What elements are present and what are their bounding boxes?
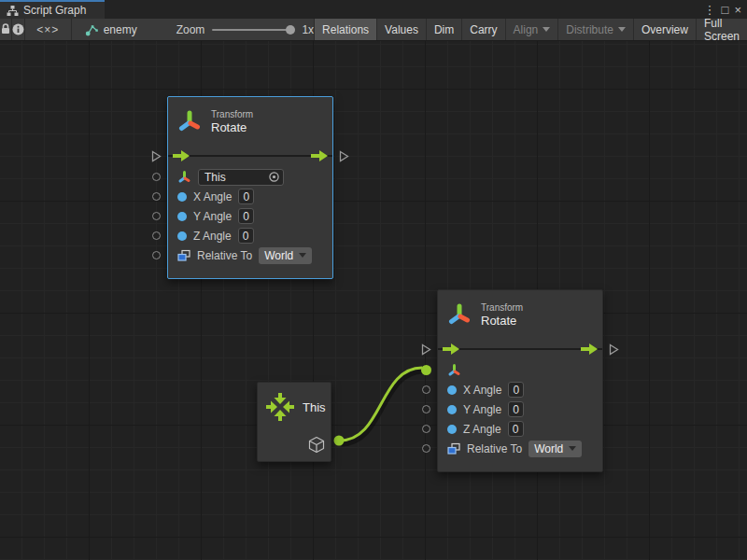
wire-source-dot (334, 436, 345, 446)
distribute-button[interactable]: Distribute (557, 19, 633, 40)
flow-in-arrow-icon[interactable] (173, 150, 190, 161)
maximize-icon[interactable]: □ (722, 4, 729, 16)
close-icon[interactable]: × (734, 4, 741, 16)
fullscreen-button[interactable]: Full Screen (696, 19, 747, 40)
graph-name-label: enemy (104, 23, 137, 36)
y-angle-input-port[interactable] (422, 405, 430, 413)
flow-divider (168, 155, 332, 157)
node-category: Transform (481, 302, 523, 313)
float-value-icon (177, 231, 187, 241)
tab-bar: Script Graph ⋮ □ × (0, 0, 747, 19)
info-button[interactable] (12, 19, 25, 40)
flow-divider (438, 348, 602, 350)
preview-code-button[interactable]: <×> (25, 19, 72, 40)
control-input-port[interactable] (421, 343, 431, 356)
float-value-icon (177, 212, 187, 221)
dim-button[interactable]: Dim (426, 19, 461, 40)
z-angle-input-port[interactable] (422, 425, 430, 433)
flow-row (168, 147, 332, 165)
values-button[interactable]: Values (376, 19, 426, 40)
menu-icon[interactable]: ⋮ (704, 4, 716, 16)
y-angle-field[interactable]: 0 (508, 401, 524, 417)
x-angle-field[interactable]: 0 (508, 382, 524, 398)
x-angle-input-port[interactable] (152, 192, 161, 201)
overview-button[interactable]: Overview (633, 19, 696, 40)
relative-to-row: Relative To World (168, 245, 332, 265)
relative-to-dropdown[interactable]: World (259, 247, 312, 264)
tab-title: Script Graph (23, 4, 86, 17)
tab-script-graph[interactable]: Script Graph (0, 0, 105, 19)
zoom-label: Zoom (176, 23, 205, 36)
chevron-down-icon (543, 27, 550, 32)
float-value-icon (177, 192, 187, 202)
mini-transform-icon (447, 363, 461, 378)
zoom-slider[interactable] (212, 29, 294, 31)
rotate-node-2-header[interactable]: Transform Rotate (438, 290, 602, 340)
toolbar-right-buttons: Relations Values Dim Carry Align Distrib… (314, 19, 747, 40)
relative-to-input-port[interactable] (152, 251, 161, 259)
enum-icon (447, 442, 460, 455)
z-angle-row: Z Angle 0 (438, 419, 602, 439)
graph-canvas[interactable]: Transform Rotate This (0, 41, 747, 560)
y-angle-row: Y Angle 0 (168, 206, 332, 226)
target-row (438, 360, 602, 380)
relative-to-row: Relative To World (438, 439, 602, 458)
flow-out-arrow-icon[interactable] (581, 343, 598, 355)
code-icon: <×> (36, 23, 59, 36)
transform-icon (447, 302, 472, 329)
float-value-icon (447, 425, 457, 434)
target-row: This (168, 167, 332, 187)
z-angle-field[interactable]: 0 (238, 228, 254, 244)
x-angle-field[interactable]: 0 (238, 189, 254, 204)
control-output-port[interactable] (339, 150, 349, 162)
x-angle-input-port[interactable] (422, 385, 430, 394)
graph-toolbar: <×> enemy Zoom 1x Relations Values Dim C… (0, 19, 747, 41)
rotate-node-1[interactable]: Transform Rotate This (167, 96, 333, 279)
target-input-port-connected[interactable] (421, 365, 431, 375)
relative-to-input-port[interactable] (422, 444, 430, 453)
lock-button[interactable] (0, 19, 12, 40)
control-output-port[interactable] (609, 343, 619, 356)
lock-icon (0, 23, 11, 35)
y-angle-row: Y Angle 0 (438, 399, 602, 419)
node-title: This (303, 400, 326, 414)
zoom-value: 1x (302, 23, 314, 36)
relative-to-dropdown[interactable]: World (529, 441, 582, 457)
zoom-slider-thumb[interactable] (286, 25, 295, 35)
flow-in-arrow-icon[interactable] (443, 343, 459, 355)
chevron-down-icon (618, 27, 626, 32)
relations-button[interactable]: Relations (314, 19, 376, 40)
flow-out-arrow-icon[interactable] (311, 150, 328, 161)
mini-transform-icon (177, 170, 191, 185)
transform-icon (177, 109, 202, 135)
control-input-port[interactable] (151, 150, 162, 162)
target-input-port[interactable] (152, 173, 161, 181)
node-category: Transform (211, 109, 253, 119)
carry-button[interactable]: Carry (461, 19, 504, 40)
flow-row (438, 340, 602, 358)
target-object-field[interactable]: This (198, 169, 284, 186)
float-value-icon (447, 385, 457, 395)
z-angle-input-port[interactable] (152, 231, 161, 240)
align-button[interactable]: Align (505, 19, 558, 40)
z-angle-field[interactable]: 0 (508, 421, 524, 437)
chevron-down-icon (299, 253, 306, 258)
object-picker-icon[interactable] (268, 171, 280, 183)
y-angle-field[interactable]: 0 (238, 208, 254, 224)
y-angle-input-port[interactable] (152, 212, 161, 220)
graph-ref-icon (85, 23, 99, 36)
node-title: Rotate (481, 314, 523, 328)
graph-reference[interactable]: enemy (72, 19, 147, 40)
gameobject-icon (308, 436, 325, 454)
enum-icon (177, 249, 190, 262)
this-icon (265, 392, 295, 422)
chevron-down-icon (569, 446, 576, 451)
x-angle-row: X Angle 0 (168, 187, 332, 206)
z-angle-row: Z Angle 0 (168, 226, 332, 245)
this-node[interactable]: This (257, 382, 331, 462)
x-angle-row: X Angle 0 (438, 380, 602, 399)
rotate-node-2[interactable]: Transform Rotate X Angle 0 (437, 289, 603, 472)
float-value-icon (447, 405, 457, 414)
zoom-control: Zoom 1x (147, 19, 314, 40)
rotate-node-1-header[interactable]: Transform Rotate (168, 97, 332, 147)
